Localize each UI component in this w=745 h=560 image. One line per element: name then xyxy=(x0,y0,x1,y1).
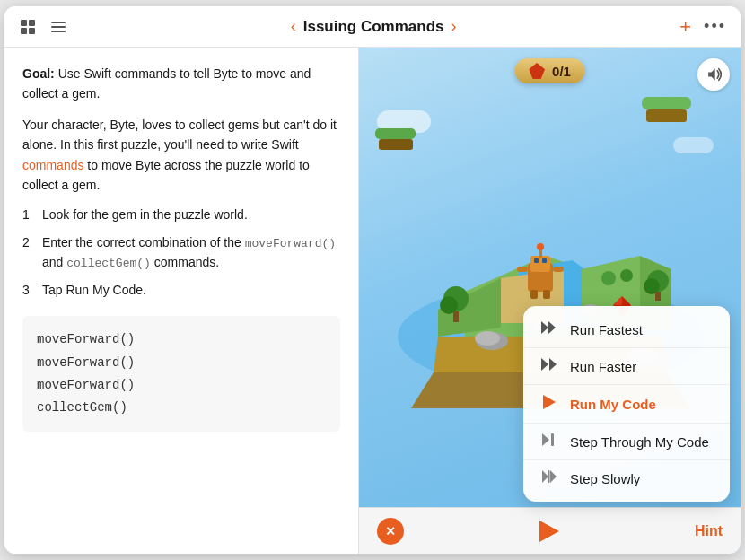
svg-marker-50 xyxy=(542,470,548,483)
play-button[interactable] xyxy=(530,512,568,550)
svg-rect-3 xyxy=(29,28,35,34)
bottom-bar: ✕ Hint xyxy=(359,507,741,554)
body-paragraph: Your character, Byte, loves to collect g… xyxy=(22,115,340,196)
nav-left xyxy=(19,18,67,36)
step-slowly-label: Step Slowly xyxy=(570,471,640,486)
step-2-and: and xyxy=(42,255,66,269)
code-block: moveForward() moveForward() moveForward(… xyxy=(22,316,340,432)
step-1: 1 Look for the gem in the puzzle world. xyxy=(22,206,340,224)
commands-highlight: commands xyxy=(22,158,83,172)
run-faster-label: Run Faster xyxy=(570,359,636,374)
svg-rect-2 xyxy=(21,28,27,34)
step-through-item[interactable]: Step Through My Code xyxy=(523,424,730,460)
right-panel: 0/1 xyxy=(359,48,741,554)
nav-center: ‹ Issuing Commands › xyxy=(67,17,679,36)
hint-button[interactable]: Hint xyxy=(695,523,723,539)
code-line-2: moveForward() xyxy=(37,352,326,374)
run-fastest-item[interactable]: Run Fastest xyxy=(523,311,730,348)
svg-rect-5 xyxy=(51,26,66,28)
svg-point-30 xyxy=(537,243,544,250)
step-2: 2 Enter the correct combination of the m… xyxy=(22,233,340,272)
step-3-num: 3 xyxy=(22,281,33,300)
run-my-code-item[interactable]: Run My Code xyxy=(523,385,730,424)
page-title: Issuing Commands xyxy=(303,18,444,36)
step-1-num: 1 xyxy=(22,206,33,224)
svg-marker-52 xyxy=(550,470,557,483)
run-faster-icon xyxy=(539,358,559,374)
goal-paragraph: Goal: Use Swift commands to tell Byte to… xyxy=(22,64,340,104)
score-badge: 0/1 xyxy=(514,58,585,83)
svg-rect-35 xyxy=(453,311,459,322)
svg-rect-28 xyxy=(543,290,550,299)
step-2-code2: collectGem() xyxy=(66,257,151,270)
svg-rect-24 xyxy=(542,258,547,263)
step-2-code1: moveForward() xyxy=(245,237,336,250)
code-line-3: moveForward() xyxy=(37,374,326,397)
svg-point-18 xyxy=(475,331,500,346)
svg-marker-43 xyxy=(541,321,548,334)
svg-rect-51 xyxy=(548,470,550,483)
more-button[interactable]: ••• xyxy=(704,17,726,36)
svg-point-40 xyxy=(620,269,633,282)
run-fastest-icon xyxy=(539,321,559,337)
step-2-suffix: commands. xyxy=(151,255,219,269)
grid-icon[interactable] xyxy=(19,18,37,36)
step-slowly-item[interactable]: Step Slowly xyxy=(523,460,730,496)
svg-marker-48 xyxy=(542,433,549,446)
list-icon[interactable] xyxy=(49,18,67,36)
svg-rect-27 xyxy=(530,290,538,299)
run-faster-item[interactable]: Run Faster xyxy=(523,348,730,385)
svg-marker-46 xyxy=(549,358,557,371)
app-container: ‹ Issuing Commands › + ••• Goal: Use Swi… xyxy=(4,6,741,554)
goal-label: Goal: xyxy=(22,66,55,81)
step-3-text: Tap Run My Code. xyxy=(42,281,340,300)
step-1-text: Look for the gem in the puzzle world. xyxy=(42,206,340,224)
svg-rect-23 xyxy=(534,258,539,263)
svg-rect-4 xyxy=(51,22,66,23)
step-2-num: 2 xyxy=(22,233,33,272)
svg-marker-47 xyxy=(543,395,556,409)
run-my-code-label: Run My Code xyxy=(570,397,656,412)
close-button[interactable]: ✕ xyxy=(377,518,404,545)
step-2-text: Enter the correct combination of the mov… xyxy=(42,233,340,272)
play-triangle-icon xyxy=(539,521,559,542)
nav-back-arrow[interactable]: ‹ xyxy=(291,17,296,36)
step-through-label: Step Through My Code xyxy=(570,434,709,450)
left-panel: Goal: Use Swift commands to tell Byte to… xyxy=(4,48,359,554)
instructions: Goal: Use Swift commands to tell Byte to… xyxy=(22,64,340,195)
run-menu: Run Fastest Run Faster Run My Code xyxy=(523,306,730,502)
run-my-code-icon xyxy=(539,395,559,413)
run-fastest-label: Run Fastest xyxy=(570,322,643,337)
svg-marker-7 xyxy=(708,68,715,80)
svg-rect-38 xyxy=(655,292,661,301)
score-text: 0/1 xyxy=(552,64,571,79)
svg-rect-49 xyxy=(551,433,554,446)
sound-button[interactable] xyxy=(697,58,730,91)
main-content: Goal: Use Swift commands to tell Byte to… xyxy=(4,48,741,554)
step-3: 3 Tap Run My Code. xyxy=(22,281,340,300)
gem-icon xyxy=(529,63,545,79)
body-text: Your character, Byte, loves to collect g… xyxy=(22,118,337,152)
svg-marker-45 xyxy=(541,358,548,371)
svg-rect-22 xyxy=(530,256,550,272)
svg-rect-6 xyxy=(51,31,66,32)
svg-point-39 xyxy=(601,271,616,285)
svg-rect-26 xyxy=(553,267,564,272)
code-line-1: moveForward() xyxy=(37,328,326,351)
nav-forward-arrow[interactable]: › xyxy=(451,17,457,36)
goal-text: Use Swift commands to tell Byte to move … xyxy=(22,66,311,101)
code-line-4: collectGem() xyxy=(37,397,326,419)
svg-rect-1 xyxy=(29,20,35,26)
svg-rect-25 xyxy=(517,267,528,272)
step-slowly-icon xyxy=(539,470,559,486)
add-button[interactable]: + xyxy=(679,15,691,39)
steps-list: 1 Look for the gem in the puzzle world. … xyxy=(22,206,340,300)
nav-right: + ••• xyxy=(679,15,726,39)
svg-rect-0 xyxy=(21,20,27,26)
svg-marker-44 xyxy=(548,321,556,334)
top-nav: ‹ Issuing Commands › + ••• xyxy=(4,6,741,48)
step-through-icon xyxy=(539,433,559,450)
